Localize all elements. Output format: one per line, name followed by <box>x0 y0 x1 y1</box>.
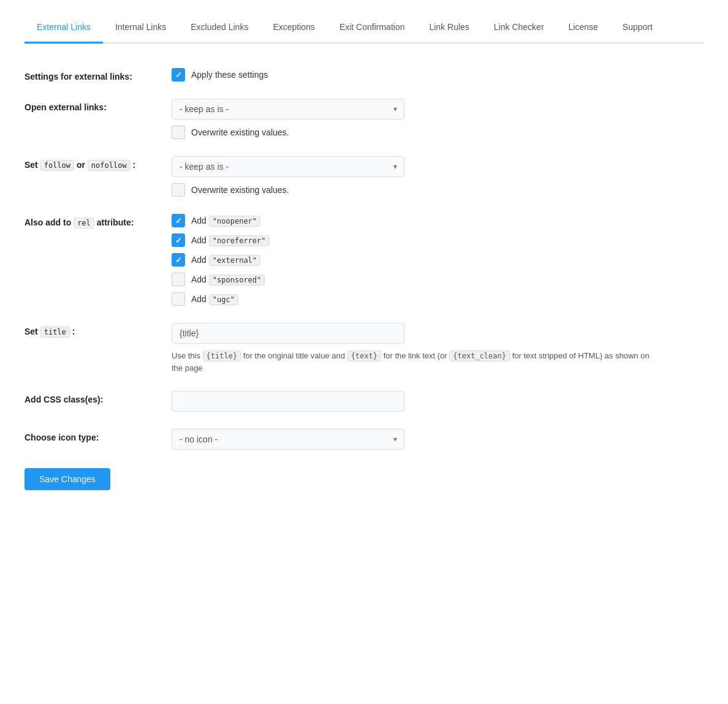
icon-type-row: Choose icon type: - no icon - external i… <box>25 429 703 450</box>
follow-code: follow <box>40 160 74 171</box>
follow-nofollow-colon: : <box>133 160 136 170</box>
css-classes-input[interactable] <box>172 391 404 412</box>
rel-attribute-row: Also add to rel attribute: Add "noopener… <box>25 214 703 306</box>
rel-noreferrer-code: "noreferrer" <box>209 235 270 246</box>
tab-nav: External Links Internal Links Excluded L… <box>25 12 703 44</box>
title-label: Set title : <box>25 323 159 336</box>
title-label-suffix: : <box>72 327 75 336</box>
rel-attribute-content: Add "noopener" Add "noreferrer" Add "ext… <box>172 214 703 306</box>
tab-link-rules[interactable]: Link Rules <box>417 12 481 44</box>
title-code: title <box>40 327 70 338</box>
apply-settings-checkbox-label: Apply these settings <box>191 70 268 80</box>
title-content: Use this {title} for the original title … <box>172 323 703 374</box>
follow-nofollow-overwrite-label: Overwrite existing values. <box>191 185 289 195</box>
open-external-row: Open external links: - keep as is - _bla… <box>25 99 703 139</box>
rel-noreferrer-label: Add "noreferrer" <box>191 235 270 245</box>
rel-sponsored-checkbox[interactable] <box>172 273 185 286</box>
rel-noreferrer-checkbox[interactable] <box>172 233 185 247</box>
apply-settings-row: Settings for external links: Apply these… <box>25 68 703 81</box>
icon-type-content: - no icon - external img dashicon ▾ <box>172 429 703 450</box>
title-help-text: Use this {title} for the original title … <box>172 350 650 374</box>
rel-external-row: Add "external" <box>172 253 703 267</box>
tab-support[interactable]: Support <box>610 12 665 44</box>
apply-settings-checkbox-row: Apply these settings <box>172 68 703 81</box>
rel-noopener-row: Add "noopener" <box>172 214 703 227</box>
tab-exceptions[interactable]: Exceptions <box>260 12 327 44</box>
rel-attribute-label: Also add to rel attribute: <box>25 214 159 227</box>
title-row: Set title : Use this {title} for the ori… <box>25 323 703 374</box>
title-help-code-3: {text_clean} <box>449 350 510 361</box>
follow-nofollow-label: Set follow or nofollow : <box>25 156 159 170</box>
rel-noopener-label: Add "noopener" <box>191 216 260 225</box>
open-external-overwrite-label: Overwrite existing values. <box>191 127 289 137</box>
title-help-code-1: {title} <box>203 350 241 361</box>
css-classes-row: Add CSS class(es): <box>25 391 703 412</box>
nofollow-code: nofollow <box>88 160 131 171</box>
rel-sponsored-row: Add "sponsored" <box>172 273 703 286</box>
tab-excluded-links[interactable]: Excluded Links <box>178 12 260 44</box>
tab-license[interactable]: License <box>556 12 610 44</box>
rel-ugc-code: "ugc" <box>209 294 238 305</box>
rel-code: rel <box>74 218 94 229</box>
rel-ugc-row: Add "ugc" <box>172 292 703 306</box>
follow-nofollow-select[interactable]: - keep as is - follow nofollow <box>172 156 404 177</box>
rel-label-prefix: Also add to <box>25 218 71 227</box>
save-button[interactable]: Save Changes <box>25 468 110 490</box>
apply-settings-label: Settings for external links: <box>25 68 159 81</box>
rel-external-checkbox[interactable] <box>172 253 185 267</box>
icon-type-label: Choose icon type: <box>25 429 159 442</box>
css-classes-label: Add CSS class(es): <box>25 391 159 404</box>
rel-sponsored-code: "sponsored" <box>209 274 265 286</box>
icon-type-select-wrapper: - no icon - external img dashicon ▾ <box>172 429 404 450</box>
follow-nofollow-content: - keep as is - follow nofollow ▾ Overwri… <box>172 156 703 197</box>
follow-nofollow-overwrite-checkbox[interactable] <box>172 183 185 197</box>
tab-internal-links[interactable]: Internal Links <box>103 12 178 44</box>
tab-link-checker[interactable]: Link Checker <box>482 12 556 44</box>
rel-ugc-label: Add "ugc" <box>191 294 238 304</box>
icon-type-select[interactable]: - no icon - external img dashicon <box>172 429 404 450</box>
follow-nofollow-row: Set follow or nofollow : - keep as is - … <box>25 156 703 197</box>
follow-nofollow-select-wrapper: - keep as is - follow nofollow ▾ <box>172 156 404 177</box>
open-external-select[interactable]: - keep as is - _blank _self _parent _top <box>172 99 404 119</box>
rel-noopener-checkbox[interactable] <box>172 214 185 227</box>
settings-section: Settings for external links: Apply these… <box>25 62 703 456</box>
tab-external-links[interactable]: External Links <box>25 12 103 44</box>
apply-settings-checkbox[interactable] <box>172 68 185 81</box>
rel-external-code: "external" <box>209 255 260 266</box>
tab-exit-confirmation[interactable]: Exit Confirmation <box>327 12 417 44</box>
title-label-prefix: Set <box>25 327 38 336</box>
follow-nofollow-overwrite-row: Overwrite existing values. <box>172 183 703 197</box>
open-external-overwrite-row: Overwrite existing values. <box>172 126 703 139</box>
open-external-overwrite-checkbox[interactable] <box>172 126 185 139</box>
rel-external-label: Add "external" <box>191 255 260 265</box>
rel-sponsored-label: Add "sponsored" <box>191 274 265 284</box>
apply-settings-content: Apply these settings <box>172 68 703 81</box>
open-external-select-wrapper: - keep as is - _blank _self _parent _top… <box>172 99 404 119</box>
follow-nofollow-label-prefix: Set <box>25 160 38 170</box>
title-input[interactable] <box>172 323 404 344</box>
open-external-label: Open external links: <box>25 99 159 112</box>
rel-ugc-checkbox[interactable] <box>172 292 185 306</box>
open-external-content: - keep as is - _blank _self _parent _top… <box>172 99 703 139</box>
title-help-code-2: {text} <box>347 350 381 361</box>
css-classes-content <box>172 391 703 412</box>
rel-noopener-code: "noopener" <box>209 216 260 227</box>
rel-noreferrer-row: Add "noreferrer" <box>172 233 703 247</box>
title-help-1: Use this <box>172 351 200 360</box>
